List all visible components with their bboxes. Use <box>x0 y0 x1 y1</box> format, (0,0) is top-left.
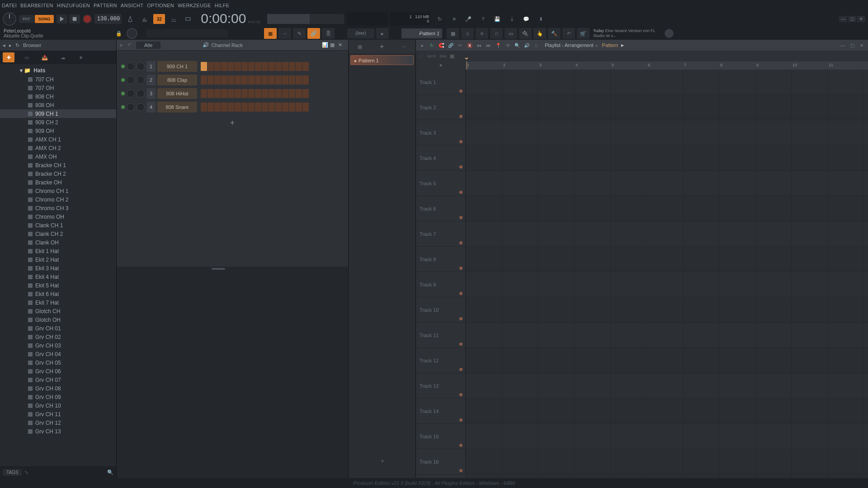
browser-item[interactable]: Chromo OH <box>0 212 116 221</box>
channel-led[interactable] <box>121 65 125 68</box>
step-cell[interactable] <box>289 75 295 84</box>
browser-item[interactable]: Bracke OH <box>0 178 116 187</box>
playlist-current-pattern[interactable]: Pattern <box>602 42 618 48</box>
midi-settings-icon[interactable]: ✕ <box>448 13 460 25</box>
save-icon[interactable]: 💾 <box>491 13 503 25</box>
track-lane[interactable] <box>466 424 868 449</box>
channel-rack-header[interactable]: ▸↶ Alle 🔊Channel Rack 📊 ▦ ✕ <box>117 40 348 51</box>
step-cell[interactable] <box>228 89 234 98</box>
menu-pattern[interactable]: PATTERN <box>94 3 117 8</box>
pl-ran-icon[interactable]: RAN <box>439 55 446 58</box>
track-lane[interactable] <box>466 221 868 247</box>
view-piano-icon[interactable]: ♫ <box>461 28 474 39</box>
pat-song-switch[interactable]: PAT SONG <box>19 15 54 23</box>
browser-item[interactable]: Grv CH 01 <box>0 324 116 333</box>
step-cell[interactable] <box>275 89 282 98</box>
channel-filter[interactable]: Alle <box>136 42 160 49</box>
playlist-header[interactable]: ▸ ↻ 🧲 🔗 ✂ 🔇 ⏮ ⏭ 📍 ⟲ 🔍 🔊 ⎍ Playlist - Arr… <box>416 40 868 51</box>
step-cell[interactable] <box>275 75 282 84</box>
track-lane[interactable] <box>466 373 868 399</box>
search-icon[interactable]: 🔍 <box>107 469 113 475</box>
browser-item[interactable]: AMX CH 1 <box>0 135 116 144</box>
playlist-ruler[interactable]: 1234567891011 <box>466 61 868 70</box>
step-cell[interactable] <box>221 89 227 98</box>
step-cell[interactable] <box>248 75 255 84</box>
browser-item[interactable]: Ekit 1 Hat <box>0 247 116 255</box>
track-header[interactable]: Track 1 <box>416 70 466 95</box>
track-lane[interactable] <box>466 247 868 272</box>
track-mute-dot[interactable] <box>459 418 462 422</box>
browser-item[interactable]: Grv CH 12 <box>0 418 116 427</box>
channel-name[interactable]: 808 HiHat <box>157 88 197 99</box>
track-lane[interactable] <box>466 348 868 373</box>
playlist-button[interactable]: ▦ <box>264 28 277 39</box>
browser-item[interactable]: Bracke CH 2 <box>0 169 116 178</box>
sync-icon[interactable]: ↻ <box>434 13 445 25</box>
minimize-button[interactable]: — <box>839 16 847 22</box>
browser-item[interactable]: AMX OH <box>0 152 116 161</box>
step-cell[interactable] <box>296 89 302 98</box>
step-cell[interactable] <box>248 89 255 98</box>
track-header[interactable]: Track 14 <box>416 399 466 424</box>
step-cell[interactable] <box>228 62 234 71</box>
pl-marker-icon[interactable]: 📍 <box>495 42 502 49</box>
channel-pan-knob[interactable] <box>127 103 135 111</box>
track-header[interactable]: Track 6 <box>416 196 466 221</box>
add-channel-button[interactable]: + <box>117 114 348 132</box>
pl-link-icon[interactable]: 🔗 <box>447 42 454 49</box>
pl-play-icon[interactable]: ▸ <box>419 42 426 49</box>
browser-tab-all[interactable]: ✚ <box>3 52 14 62</box>
step-cell[interactable] <box>282 103 288 112</box>
pl-fwd-icon[interactable]: ⏭ <box>485 42 492 49</box>
browser-folder-hats[interactable]: ▾ 📁 Hats <box>0 66 116 75</box>
step-cell[interactable] <box>214 103 221 112</box>
db-icon[interactable]: 🗄 <box>322 28 335 39</box>
plugin-icon[interactable]: 🔌 <box>519 28 532 39</box>
browser-item[interactable]: Clank CH 2 <box>0 230 116 238</box>
playlist-grid[interactable] <box>466 70 868 478</box>
step-cell[interactable] <box>208 75 214 84</box>
browser-item[interactable]: Clank CH 1 <box>0 221 116 230</box>
picker-grid-icon[interactable]: ▦ <box>358 44 362 50</box>
track-lane[interactable] <box>466 120 868 145</box>
channel-pan-knob[interactable] <box>127 62 135 70</box>
pl-mute-icon[interactable]: 🔇 <box>466 42 473 49</box>
channel-pan-knob[interactable] <box>127 76 135 84</box>
channel-scroll[interactable] <box>117 267 348 271</box>
play-button[interactable] <box>57 14 67 23</box>
track-header[interactable]: Track 4 <box>416 145 466 171</box>
picker-wave-icon[interactable]: 〰 <box>401 44 406 50</box>
track-lane[interactable] <box>466 171 868 196</box>
step-cell[interactable] <box>235 103 241 112</box>
step-cell[interactable] <box>255 75 261 84</box>
pl-note-icon[interactable]: NOTE <box>427 55 436 58</box>
browser-item[interactable]: 909 CH 2 <box>0 118 116 127</box>
step-cell[interactable] <box>235 75 241 84</box>
pl-arrangement-icon[interactable]: ⎍ <box>533 42 540 49</box>
track-lane[interactable] <box>466 95 868 120</box>
browser-item[interactable]: Grv CH 06 <box>0 367 116 375</box>
link-icon[interactable]: 🔗 <box>307 28 320 39</box>
channel-number[interactable]: 4 <box>146 102 156 113</box>
browser-item[interactable]: Grv CH 09 <box>0 393 116 401</box>
track-header[interactable]: Track 3 <box>416 120 466 145</box>
pl-back-icon[interactable]: ⏮ <box>476 42 483 49</box>
ch-undo-icon[interactable]: ↶ <box>127 42 132 48</box>
picker-add-icon[interactable]: ✚ <box>380 44 384 50</box>
pl-sync-icon[interactable]: ↻ <box>428 42 435 49</box>
browser-back-icon[interactable]: ◂ <box>3 42 5 48</box>
step-cell[interactable] <box>275 103 282 112</box>
track-mute-dot[interactable] <box>459 469 462 472</box>
browser-tab-fav[interactable]: ★ <box>75 52 87 62</box>
track-mute-dot[interactable] <box>459 191 462 194</box>
pl-min-icon[interactable]: — <box>839 42 846 49</box>
view-playlist-icon[interactable]: ▦ <box>447 28 459 39</box>
time-display[interactable]: 0:00: 00 M:S:CS <box>197 11 264 27</box>
track-header[interactable]: Track 9 <box>416 272 466 297</box>
menu-optionen[interactable]: OPTIONEN <box>147 3 174 8</box>
pl-pointer-icon[interactable]: ⟋ <box>419 53 424 59</box>
track-lane[interactable] <box>466 449 868 474</box>
browser-item[interactable]: AMX CH 2 <box>0 144 116 152</box>
view-channel-icon[interactable]: ≡ <box>476 28 488 39</box>
channel-vol-knob[interactable] <box>137 76 145 84</box>
